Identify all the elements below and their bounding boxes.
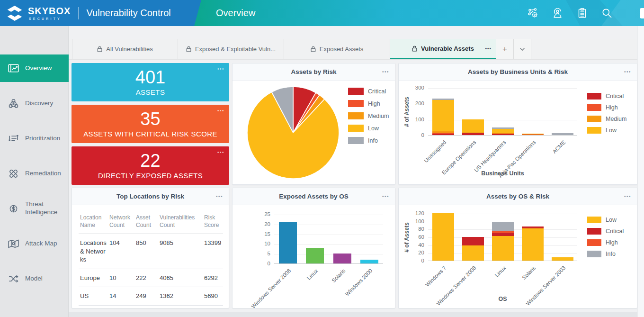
- sidebar-item-label: Discovery: [25, 100, 53, 108]
- discovery-icon: [7, 97, 20, 110]
- bar-segment[interactable]: [492, 236, 514, 261]
- bar-segment[interactable]: [492, 233, 514, 236]
- bar-segment[interactable]: [432, 99, 454, 100]
- widget-menu-icon[interactable]: •••: [382, 194, 389, 199]
- table-cell: 4065: [158, 269, 203, 287]
- search-icon[interactable]: [601, 7, 613, 19]
- bar-segment[interactable]: [306, 248, 324, 263]
- plot-area: [274, 215, 383, 264]
- bar-segment[interactable]: [432, 131, 454, 133]
- legend-label: High: [368, 100, 380, 107]
- widget-menu-icon[interactable]: •••: [624, 194, 631, 199]
- sidebar-item-label: Prioritization: [25, 135, 60, 143]
- tab-exposed-assets[interactable]: Exposed Assets: [284, 39, 390, 59]
- tab-menu-icon[interactable]: •••: [485, 46, 492, 51]
- column-header: Asset Count: [134, 210, 158, 234]
- bar-segment[interactable]: [492, 134, 514, 135]
- bar-segment[interactable]: [432, 134, 454, 135]
- vertical-scrollbar[interactable]: [637, 26, 644, 317]
- sidebar-item-discovery[interactable]: Discovery: [0, 90, 69, 117]
- column-header: Risk Score: [203, 210, 223, 234]
- skybox-logo[interactable]: SKYBOX SECURITY: [0, 5, 71, 22]
- table-row[interactable]: Locations & Networks104850908513399: [79, 234, 223, 269]
- y-tick-label: 100: [399, 218, 424, 224]
- legend-swatch: [348, 125, 364, 132]
- app-window: SKYBOX SECURITY Vulnerability Control Ov…: [0, 0, 644, 317]
- table-cell: Europe: [79, 269, 108, 287]
- legend-swatch: [587, 228, 601, 235]
- tab-vulnerable-assets[interactable]: Vulnerable Assets •••: [390, 39, 496, 59]
- bar-segment[interactable]: [279, 222, 297, 263]
- table-row[interactable]: Europe1022240656292: [79, 269, 223, 287]
- kpi-directly-exposed-assets[interactable]: ••• 22 DIRECTLY EXPOSED ASSETS: [72, 146, 229, 185]
- gridline: [274, 215, 383, 215]
- bar-segment[interactable]: [492, 133, 514, 134]
- y-tick-label: 10: [233, 241, 270, 246]
- kpi-stack: ••• 401 ASSETS ••• 35 ASSETS WITH CRITIC…: [72, 63, 229, 185]
- bar-segment[interactable]: [492, 231, 514, 233]
- bar-segment[interactable]: [432, 133, 454, 134]
- topology-gear-icon[interactable]: [527, 7, 539, 19]
- legend-item: Critical: [587, 228, 624, 235]
- header-divider: [78, 7, 79, 19]
- bar-segment[interactable]: [552, 257, 573, 261]
- legend-label: Medium: [368, 113, 389, 119]
- card-title: Assets by Business Units & Risk: [468, 68, 568, 75]
- assets-by-os-risk-card: Assets by OS & Risk ••• 020406080100120W…: [398, 188, 637, 308]
- card-body: Location NameNetwork CountAsset CountVul…: [72, 205, 229, 308]
- table-cell: 9085: [158, 234, 203, 269]
- widget-menu-icon[interactable]: •••: [216, 194, 223, 199]
- tab-label: Exposed Assets: [320, 45, 364, 53]
- tab-all-vulnerabilities[interactable]: All Vulnerabilities: [72, 39, 178, 59]
- legend-swatch: [348, 137, 364, 144]
- clipboard-icon[interactable]: [576, 7, 588, 19]
- widget-menu-icon[interactable]: •••: [217, 109, 224, 113]
- sidebar-item-overview[interactable]: Overview: [0, 54, 69, 82]
- bar-segment[interactable]: [462, 119, 484, 133]
- sidebar-item-attack-map[interactable]: Attack Map: [0, 230, 69, 257]
- bar-segment[interactable]: [522, 134, 544, 135]
- bar-segment[interactable]: [492, 222, 514, 231]
- kpi-label: ASSETS: [136, 88, 165, 96]
- person-location-icon[interactable]: [552, 7, 564, 19]
- sidebar-item-threat-intelligence[interactable]: Threat Intelligence: [0, 195, 69, 222]
- widget-menu-icon[interactable]: •••: [624, 70, 631, 74]
- widget-menu-icon[interactable]: •••: [217, 67, 224, 72]
- bar-segment[interactable]: [522, 135, 544, 135]
- widget-menu-icon[interactable]: •••: [217, 150, 224, 155]
- sidebar-item-prioritization[interactable]: Prioritization: [0, 125, 69, 152]
- legend-label: Critical: [368, 88, 386, 95]
- bar-segment[interactable]: [492, 127, 514, 129]
- bar-segment[interactable]: [492, 129, 514, 133]
- bar-segment[interactable]: [462, 133, 484, 135]
- kpi-total-assets[interactable]: ••• 401 ASSETS: [72, 63, 229, 101]
- table-row[interactable]: New York91617714938: [79, 305, 223, 308]
- bar-segment[interactable]: [432, 213, 454, 261]
- card-header: Assets by Business Units & Risk •••: [399, 63, 637, 81]
- bar-segment[interactable]: [552, 133, 573, 135]
- bar-segment[interactable]: [432, 100, 454, 131]
- bar-segment[interactable]: [333, 254, 351, 263]
- sidebar-item-remediation[interactable]: Threat Intelligence Remediation: [0, 160, 69, 187]
- table-row[interactable]: US1424913625690: [79, 287, 223, 306]
- bar-segment[interactable]: [522, 228, 544, 261]
- add-tab-button[interactable]: +: [496, 39, 514, 59]
- card-title: Assets by Risk: [291, 68, 336, 75]
- bar-segment[interactable]: [462, 237, 484, 245]
- horizontal-scrollbar[interactable]: [69, 312, 637, 317]
- sidebar-item-model[interactable]: Model: [0, 265, 69, 292]
- legend-swatch: [587, 217, 601, 223]
- header-icons: [527, 0, 613, 26]
- widget-menu-icon[interactable]: •••: [382, 70, 389, 74]
- tab-list-dropdown-button[interactable]: [514, 39, 531, 59]
- bar-segment[interactable]: [360, 260, 378, 263]
- legend-label: Low: [368, 125, 379, 132]
- bar-segment[interactable]: [462, 245, 484, 261]
- tab-exposed-exploitable-vulnerabilities[interactable]: Exposed & Exploitable Vuln...: [178, 39, 284, 59]
- kpi-critical-risk-assets[interactable]: ••• 35 ASSETS WITH CRITICAL RISK SCORE: [72, 105, 229, 143]
- legend-swatch: [587, 93, 601, 100]
- legend-item: High: [348, 100, 389, 107]
- assets-by-risk-chart: CriticalHighMediumLowInfo: [233, 81, 395, 184]
- threat-intelligence-icon: [7, 202, 20, 215]
- bar-segment[interactable]: [522, 226, 544, 228]
